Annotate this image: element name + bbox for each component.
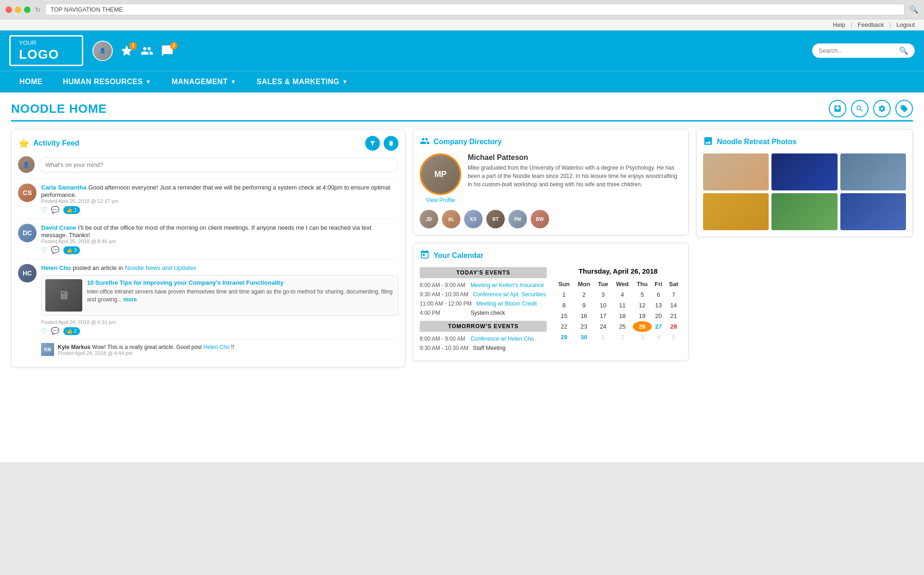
cal-day[interactable]: 20 <box>652 311 666 321</box>
dir-avatar-5[interactable]: PM <box>508 210 527 228</box>
dir-avatar-3[interactable]: KS <box>464 210 483 228</box>
page-add-icon[interactable] <box>829 100 846 117</box>
event-1-name[interactable]: Meeting w/ Kellen's Insurance <box>471 282 544 288</box>
carla-like-btn[interactable]: 👍 1 <box>63 206 80 214</box>
photo-6[interactable] <box>840 193 906 230</box>
article-more-link[interactable]: more <box>123 296 137 303</box>
cal-day-30[interactable]: 30 <box>574 332 594 343</box>
cal-day-om-2[interactable]: 2 <box>612 332 633 343</box>
help-link[interactable]: Help <box>833 21 845 28</box>
cal-day[interactable]: 14 <box>666 300 682 311</box>
delete-icon[interactable] <box>384 136 398 151</box>
cal-day[interactable]: 24 <box>594 321 612 332</box>
david-name[interactable]: David Crane <box>41 224 76 231</box>
page-tag-icon[interactable] <box>895 100 913 117</box>
dir-avatar-2[interactable]: AL <box>442 210 460 228</box>
cal-day[interactable]: 6 <box>652 289 666 300</box>
minimize-dot[interactable] <box>15 6 21 13</box>
cal-day[interactable]: 19 <box>633 311 651 321</box>
dir-avatar-4[interactable]: RT <box>486 210 505 228</box>
cal-day[interactable]: 18 <box>612 311 633 321</box>
event-2-name[interactable]: Conference w/ Apt. Securities <box>473 291 545 298</box>
helen-heart-icon[interactable]: ♡ <box>41 327 47 335</box>
cal-day[interactable]: 3 <box>594 289 612 300</box>
nav-management[interactable]: MANAGEMENT ▼ <box>161 71 246 92</box>
user-avatar[interactable]: 👤 <box>92 41 113 61</box>
carla-name[interactable]: Carla Samantha <box>41 184 86 191</box>
cal-day[interactable]: 22 <box>554 321 574 332</box>
cal-day[interactable]: 17 <box>594 311 612 321</box>
maximize-dot[interactable] <box>24 6 31 13</box>
kyle-name[interactable]: Kyle Markus <box>58 344 91 350</box>
cal-day[interactable]: 21 <box>666 311 682 321</box>
event-3-name[interactable]: Meeting w/ Bloom Credit <box>477 300 537 307</box>
event-5-name[interactable]: Conference w/ Helen Cho <box>471 336 534 342</box>
cal-day[interactable]: 13 <box>652 300 666 311</box>
nav-hr[interactable]: HUMAN RESOURCES ▼ <box>53 71 161 92</box>
comment-mention-link[interactable]: Helen Cho <box>203 344 230 350</box>
photo-1[interactable] <box>703 153 769 190</box>
url-bar[interactable] <box>45 4 905 15</box>
search-box[interactable]: 🔍 <box>812 43 915 58</box>
users-icon-wrapper[interactable] <box>141 44 153 57</box>
filter-icon[interactable] <box>365 136 380 151</box>
page-settings-icon[interactable] <box>873 100 891 117</box>
photo-4[interactable] <box>703 193 769 230</box>
feedback-link[interactable]: Feedback <box>858 21 884 28</box>
messages-icon-wrapper[interactable]: 2 <box>161 44 174 57</box>
cal-day[interactable]: 7 <box>666 289 682 300</box>
cal-today[interactable]: 26 <box>633 321 651 332</box>
cal-day[interactable]: 15 <box>554 311 574 321</box>
cal-day[interactable]: 12 <box>633 300 651 311</box>
cal-day-om-5[interactable]: 5 <box>666 332 682 343</box>
cal-day[interactable]: 5 <box>633 289 651 300</box>
post-input[interactable] <box>38 157 398 172</box>
cal-day[interactable]: 16 <box>574 311 594 321</box>
dir-avatar-6[interactable]: BW <box>531 210 549 228</box>
nav-sales[interactable]: SALES & MARKETING ▼ <box>246 71 358 92</box>
cal-day[interactable]: 8 <box>554 300 574 311</box>
carla-heart-icon[interactable]: ♡ <box>41 206 47 214</box>
cal-day[interactable]: 23 <box>574 321 594 332</box>
cal-day[interactable]: 2 <box>574 289 594 300</box>
helen-like-btn[interactable]: 👍 2 <box>63 327 80 335</box>
logout-link[interactable]: Logout <box>896 21 915 28</box>
helen-name[interactable]: Helen Cho <box>41 264 71 271</box>
cal-day[interactable]: 25 <box>612 321 633 332</box>
david-avatar: DC <box>18 224 37 242</box>
cal-day-27[interactable]: 27 <box>652 321 666 332</box>
cal-day-29[interactable]: 29 <box>554 332 574 343</box>
cal-day[interactable]: 9 <box>574 300 594 311</box>
david-comment-icon[interactable]: 💬 <box>51 246 60 254</box>
cal-day-om-3[interactable]: 3 <box>633 332 651 343</box>
cal-day-om-4[interactable]: 4 <box>652 332 666 343</box>
cal-day-om-1[interactable]: 1 <box>594 332 612 343</box>
nav-home[interactable]: HOME <box>9 71 53 92</box>
site-header: YOUR LOGO 👤 1 2 🔍 <box>0 31 924 71</box>
logo[interactable]: YOUR LOGO <box>9 35 83 66</box>
close-dot[interactable] <box>6 6 12 13</box>
dir-avatar-1[interactable]: JD <box>420 210 438 228</box>
notifications-icon-wrapper[interactable]: 1 <box>120 44 133 57</box>
david-heart-icon[interactable]: ♡ <box>41 246 47 254</box>
cal-day[interactable]: 4 <box>612 289 633 300</box>
helen-channel[interactable]: Noodle News and Updates <box>125 264 196 271</box>
cal-day[interactable]: 10 <box>594 300 612 311</box>
cal-day[interactable]: 11 <box>612 300 633 311</box>
helen-comment-icon[interactable]: 💬 <box>51 327 60 335</box>
activity-item-david: DC David Crane I'll be out of the office… <box>18 219 398 259</box>
carla-comment-icon[interactable]: 💬 <box>51 206 60 214</box>
view-profile-link[interactable]: View Profile <box>420 197 461 203</box>
page-search-icon[interactable] <box>851 100 869 117</box>
cal-day[interactable]: 1 <box>554 289 574 300</box>
calendar-icon <box>420 250 430 262</box>
browser-search-icon[interactable]: 🔍 <box>909 5 918 14</box>
cal-day-28[interactable]: 28 <box>666 321 682 332</box>
photo-3[interactable] <box>840 153 906 190</box>
david-like-btn[interactable]: 👍 3 <box>63 246 80 254</box>
article-title[interactable]: 10 Surefire Tips for Improving your Comp… <box>87 279 394 286</box>
reload-icon[interactable]: ↻ <box>35 6 41 13</box>
search-input[interactable] <box>819 47 896 54</box>
photo-2[interactable] <box>771 153 837 190</box>
photo-5[interactable] <box>771 193 837 230</box>
